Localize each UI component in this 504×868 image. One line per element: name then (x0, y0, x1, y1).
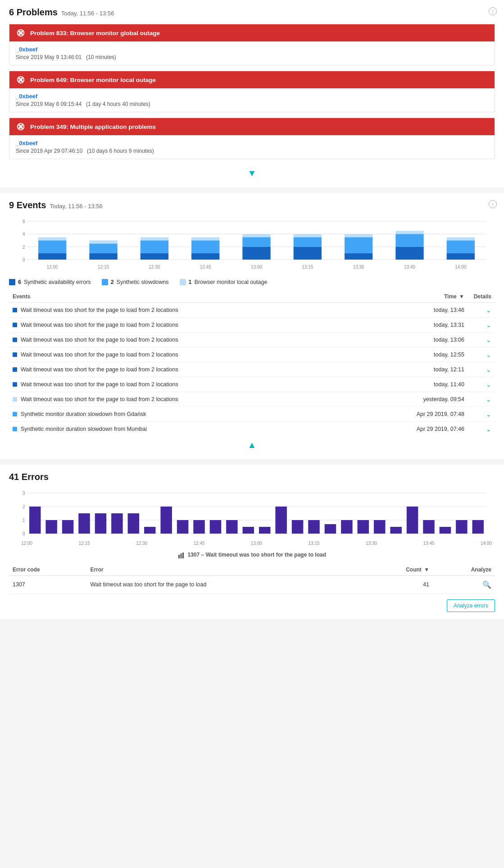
analyze-icon[interactable]: 🔍 (482, 581, 491, 589)
table-row[interactable]: Wait timeout was too short for the page … (9, 377, 495, 392)
problem-since: Since 2019 May 8 09:15:44 (1 day 4 hours… (16, 101, 488, 107)
errors-title: 41 Errors (9, 472, 49, 482)
event-cell: Wait timeout was too short for the page … (9, 362, 357, 377)
chevron-right-icon[interactable]: ⌄ (486, 336, 491, 343)
error-analyze-cell[interactable]: 🔍 (433, 576, 495, 594)
event-type-indicator (13, 308, 17, 312)
svg-text:0: 0 (23, 257, 25, 262)
event-time: today, 13:46 (357, 303, 468, 318)
errors-table-header-row: Error code Error Count ▼ Analyze (9, 564, 495, 576)
svg-rect-39 (345, 237, 372, 253)
event-details-cell[interactable]: ⌄ (468, 333, 495, 347)
svg-rect-96 (181, 553, 182, 558)
svg-text:14:00: 14:00 (481, 541, 492, 546)
event-cell: Synthetic monitor duration slowdown from… (9, 422, 357, 437)
event-text: Wait timeout was too short for the page … (21, 396, 178, 402)
table-row[interactable]: Synthetic monitor duration slowdown from… (9, 422, 495, 437)
legend-label: Synthetic availability errors (24, 279, 91, 285)
svg-text:12:30: 12:30 (136, 541, 147, 546)
event-details-cell[interactable]: ⌄ (468, 407, 495, 422)
problem-entity[interactable]: _0xbeef (16, 93, 488, 100)
event-type-indicator (13, 367, 17, 372)
table-row[interactable]: Wait timeout was too short for the page … (9, 347, 495, 362)
chevron-right-icon[interactable]: ⌄ (486, 425, 491, 433)
svg-text:12:30: 12:30 (149, 265, 160, 270)
errors-table-body: 1307 Wait timeout was too short for the … (9, 576, 495, 594)
event-details-cell[interactable]: ⌄ (468, 377, 495, 392)
chevron-right-icon[interactable]: ⌄ (486, 321, 491, 329)
svg-rect-22 (141, 237, 168, 240)
events-collapse-button[interactable]: ▲ (9, 436, 495, 452)
svg-rect-48 (447, 253, 475, 260)
svg-rect-38 (345, 234, 372, 237)
legend-label: Synthetic slowdowns (117, 279, 169, 285)
table-row[interactable]: Wait timeout was too short for the page … (9, 318, 495, 333)
event-cell: Wait timeout was too short for the page … (9, 303, 357, 318)
svg-rect-80 (390, 527, 402, 534)
event-text: Wait timeout was too short for the page … (21, 366, 178, 373)
problem-card[interactable]: Problem 349: Multiple application proble… (9, 118, 495, 159)
svg-rect-85 (472, 520, 484, 534)
events-info-icon[interactable]: i (489, 200, 497, 208)
svg-text:13:30: 13:30 (366, 541, 377, 546)
svg-rect-79 (374, 520, 386, 534)
chevron-down-icon: ▼ (248, 168, 257, 178)
table-row[interactable]: Wait timeout was too short for the page … (9, 392, 495, 407)
chevron-right-icon[interactable]: ⌄ (486, 381, 491, 388)
time-sort-icon[interactable]: ▼ (459, 293, 464, 300)
svg-rect-23 (141, 241, 168, 253)
svg-rect-72 (259, 527, 271, 534)
svg-rect-68 (193, 520, 205, 534)
error-text-cell: Wait timeout was too short for the page … (86, 576, 364, 594)
errors-table: Error code Error Count ▼ Analyze 1307 Wa… (9, 564, 495, 594)
problem-body: _0xbeef Since 2019 May 8 09:15:44 (1 day… (9, 88, 495, 112)
chevron-right-icon[interactable]: ⌄ (486, 411, 491, 418)
svg-text:12:45: 12:45 (193, 541, 204, 546)
chevron-right-icon[interactable]: ⌄ (486, 366, 491, 373)
event-type-indicator (13, 382, 17, 387)
analyze-errors-button[interactable]: Analyze errors (447, 599, 495, 612)
problem-entity[interactable]: _0xbeef (16, 46, 488, 53)
event-type-indicator (13, 338, 17, 342)
error-count-cell: 41 (364, 576, 433, 594)
chevron-right-icon[interactable]: ⌄ (486, 306, 491, 314)
problem-card[interactable]: Problem 833: Browser monitor global outa… (9, 24, 495, 65)
chevron-right-icon[interactable]: ⌄ (486, 351, 491, 358)
legend-item-synthetic-avail: 6 Synthetic availability errors (9, 279, 91, 285)
problem-body: _0xbeef Since 2019 May 9 13:46:01 (10 mi… (9, 41, 495, 65)
problems-expand-button[interactable]: ▼ (9, 164, 495, 180)
events-title: 9 Events (9, 200, 46, 210)
svg-rect-20 (89, 253, 117, 260)
svg-rect-42 (395, 231, 423, 234)
event-time: today, 13:06 (357, 333, 468, 347)
svg-rect-27 (191, 241, 219, 253)
svg-rect-83 (440, 527, 451, 534)
event-details-cell[interactable]: ⌄ (468, 303, 495, 318)
count-sort-icon[interactable]: ▼ (424, 566, 429, 573)
problem-entity[interactable]: _0xbeef (16, 140, 488, 146)
event-cell: Wait timeout was too short for the page … (9, 392, 357, 407)
event-details-cell[interactable]: ⌄ (468, 347, 495, 362)
svg-text:0: 0 (23, 531, 25, 536)
svg-rect-67 (177, 520, 189, 534)
table-row[interactable]: Wait timeout was too short for the page … (9, 303, 495, 318)
svg-rect-97 (182, 553, 184, 558)
event-text: Wait timeout was too short for the page … (21, 352, 178, 358)
table-row[interactable]: Wait timeout was too short for the page … (9, 333, 495, 347)
svg-rect-61 (78, 513, 90, 534)
event-details-cell[interactable]: ⌄ (468, 422, 495, 437)
event-details-cell[interactable]: ⌄ (468, 362, 495, 377)
event-cell: Synthetic monitor duration slowdown from… (9, 407, 357, 422)
table-row[interactable]: Wait timeout was too short for the page … (9, 362, 495, 377)
events-time-range: Today, 11:56 - 13:56 (50, 203, 103, 210)
svg-text:13:15: 13:15 (302, 265, 313, 270)
events-chart-svg: 024612:0012:1512:3012:4513:0013:1513:301… (9, 217, 495, 271)
problem-card[interactable]: Problem 649: Browser monitor local outag… (9, 71, 495, 112)
problems-time-range: Today, 11:56 - 13:56 (61, 10, 114, 17)
event-details-cell[interactable]: ⌄ (468, 392, 495, 407)
event-details-cell[interactable]: ⌄ (468, 318, 495, 333)
table-row[interactable]: Synthetic monitor duration slowdown from… (9, 407, 495, 422)
chevron-right-icon[interactable]: ⌄ (486, 396, 491, 403)
problems-info-icon[interactable]: i (489, 7, 497, 15)
problems-section: i 6 Problems Today, 11:56 - 13:56 Proble… (0, 0, 504, 187)
